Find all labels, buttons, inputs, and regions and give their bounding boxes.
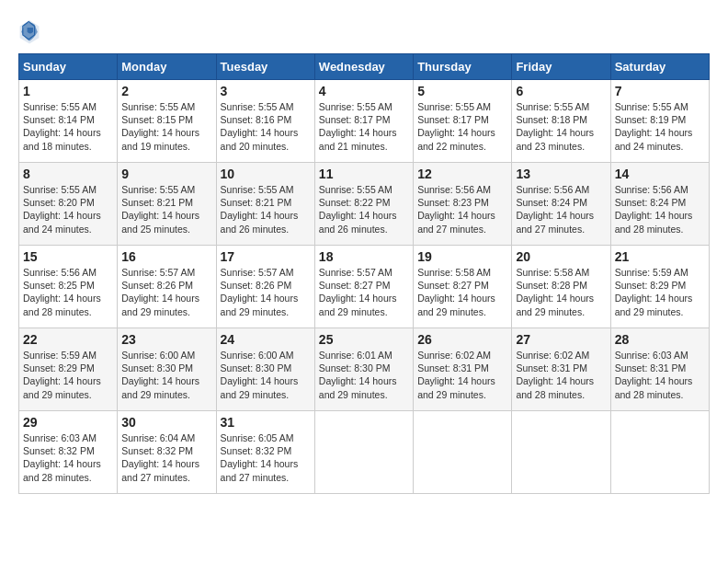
calendar-cell: 29Sunrise: 6:03 AM Sunset: 8:32 PM Dayli… <box>19 411 118 494</box>
calendar-cell: 10Sunrise: 5:55 AM Sunset: 8:21 PM Dayli… <box>216 163 314 246</box>
day-info: Sunrise: 5:58 AM Sunset: 8:27 PM Dayligh… <box>417 266 507 318</box>
calendar-cell: 6Sunrise: 5:55 AM Sunset: 8:18 PM Daylig… <box>512 80 610 163</box>
calendar-cell <box>314 411 413 494</box>
day-number: 12 <box>417 167 507 181</box>
day-number: 30 <box>121 415 211 430</box>
day-info: Sunrise: 5:55 AM Sunset: 8:16 PM Dayligh… <box>221 100 311 153</box>
calendar-cell <box>512 411 610 494</box>
day-info: Sunrise: 5:55 AM Sunset: 8:17 PM Dayligh… <box>417 100 507 153</box>
calendar-cell: 26Sunrise: 6:02 AM Sunset: 8:31 PM Dayli… <box>414 328 512 411</box>
calendar-cell: 7Sunrise: 5:55 AM Sunset: 8:19 PM Daylig… <box>610 80 709 163</box>
calendar-cell: 14Sunrise: 5:56 AM Sunset: 8:24 PM Dayli… <box>610 163 709 246</box>
calendar-cell: 24Sunrise: 6:00 AM Sunset: 8:30 PM Dayli… <box>216 328 314 411</box>
day-number: 29 <box>23 415 113 430</box>
day-info: Sunrise: 5:57 AM Sunset: 8:26 PM Dayligh… <box>121 266 211 318</box>
calendar-cell: 23Sunrise: 6:00 AM Sunset: 8:30 PM Dayli… <box>118 328 216 411</box>
day-info: Sunrise: 5:59 AM Sunset: 8:29 PM Dayligh… <box>23 349 113 401</box>
calendar-cell: 19Sunrise: 5:58 AM Sunset: 8:27 PM Dayli… <box>414 246 512 328</box>
calendar-cell: 1Sunrise: 5:55 AM Sunset: 8:14 PM Daylig… <box>19 80 118 163</box>
day-number: 10 <box>221 167 311 181</box>
col-saturday: Saturday <box>610 54 709 80</box>
day-number: 6 <box>516 84 606 98</box>
calendar-cell: 11Sunrise: 5:55 AM Sunset: 8:22 PM Dayli… <box>314 163 413 246</box>
col-friday: Friday <box>512 54 610 80</box>
calendar-cell: 12Sunrise: 5:56 AM Sunset: 8:23 PM Dayli… <box>414 163 512 246</box>
day-number: 14 <box>615 167 705 181</box>
day-number: 19 <box>417 249 507 264</box>
day-number: 31 <box>221 415 311 430</box>
day-info: Sunrise: 5:57 AM Sunset: 8:26 PM Dayligh… <box>221 266 311 318</box>
calendar-cell: 8Sunrise: 5:55 AM Sunset: 8:20 PM Daylig… <box>19 163 118 246</box>
day-info: Sunrise: 5:55 AM Sunset: 8:22 PM Dayligh… <box>319 183 409 236</box>
calendar-cell: 27Sunrise: 6:02 AM Sunset: 8:31 PM Dayli… <box>512 328 610 411</box>
calendar-cell: 15Sunrise: 5:56 AM Sunset: 8:25 PM Dayli… <box>19 246 118 328</box>
calendar-week-row: 22Sunrise: 5:59 AM Sunset: 8:29 PM Dayli… <box>19 328 710 411</box>
day-number: 3 <box>221 84 311 98</box>
day-number: 21 <box>615 249 705 264</box>
day-number: 27 <box>516 332 606 347</box>
calendar-cell: 22Sunrise: 5:59 AM Sunset: 8:29 PM Dayli… <box>19 328 118 411</box>
day-info: Sunrise: 5:55 AM Sunset: 8:14 PM Dayligh… <box>23 100 113 153</box>
calendar-week-row: 29Sunrise: 6:03 AM Sunset: 8:32 PM Dayli… <box>19 411 710 494</box>
calendar-cell <box>610 411 709 494</box>
day-info: Sunrise: 5:55 AM Sunset: 8:18 PM Dayligh… <box>516 100 606 153</box>
col-wednesday: Wednesday <box>314 54 413 80</box>
day-info: Sunrise: 5:59 AM Sunset: 8:29 PM Dayligh… <box>615 266 705 318</box>
day-number: 24 <box>221 332 311 347</box>
calendar-cell: 4Sunrise: 5:55 AM Sunset: 8:17 PM Daylig… <box>314 80 413 163</box>
day-number: 1 <box>23 84 113 98</box>
day-info: Sunrise: 6:00 AM Sunset: 8:30 PM Dayligh… <box>221 349 311 401</box>
calendar-week-row: 1Sunrise: 5:55 AM Sunset: 8:14 PM Daylig… <box>19 80 710 163</box>
calendar-cell: 20Sunrise: 5:58 AM Sunset: 8:28 PM Dayli… <box>512 246 610 328</box>
calendar-cell: 31Sunrise: 6:05 AM Sunset: 8:32 PM Dayli… <box>216 411 314 494</box>
day-info: Sunrise: 5:55 AM Sunset: 8:20 PM Dayligh… <box>23 183 113 236</box>
calendar-cell: 30Sunrise: 6:04 AM Sunset: 8:32 PM Dayli… <box>118 411 216 494</box>
day-info: Sunrise: 5:55 AM Sunset: 8:21 PM Dayligh… <box>221 183 311 236</box>
day-number: 7 <box>615 84 705 98</box>
calendar-cell: 2Sunrise: 5:55 AM Sunset: 8:15 PM Daylig… <box>118 80 216 163</box>
calendar-cell: 18Sunrise: 5:57 AM Sunset: 8:27 PM Dayli… <box>314 246 413 328</box>
logo <box>18 18 44 44</box>
calendar-cell: 21Sunrise: 5:59 AM Sunset: 8:29 PM Dayli… <box>610 246 709 328</box>
day-info: Sunrise: 5:56 AM Sunset: 8:23 PM Dayligh… <box>417 183 507 236</box>
day-info: Sunrise: 6:02 AM Sunset: 8:31 PM Dayligh… <box>417 349 507 401</box>
day-number: 11 <box>319 167 409 181</box>
day-info: Sunrise: 6:03 AM Sunset: 8:31 PM Dayligh… <box>615 349 705 401</box>
calendar-cell: 13Sunrise: 5:56 AM Sunset: 8:24 PM Dayli… <box>512 163 610 246</box>
day-number: 25 <box>319 332 409 347</box>
day-number: 9 <box>121 167 211 181</box>
day-number: 20 <box>516 249 606 264</box>
calendar-cell: 5Sunrise: 5:55 AM Sunset: 8:17 PM Daylig… <box>414 80 512 163</box>
day-number: 22 <box>23 332 113 347</box>
day-info: Sunrise: 6:04 AM Sunset: 8:32 PM Dayligh… <box>121 431 211 484</box>
day-info: Sunrise: 5:56 AM Sunset: 8:24 PM Dayligh… <box>516 183 606 236</box>
calendar-cell: 9Sunrise: 5:55 AM Sunset: 8:21 PM Daylig… <box>118 163 216 246</box>
col-tuesday: Tuesday <box>216 54 314 80</box>
calendar-cell: 3Sunrise: 5:55 AM Sunset: 8:16 PM Daylig… <box>216 80 314 163</box>
col-sunday: Sunday <box>19 54 118 80</box>
day-info: Sunrise: 5:56 AM Sunset: 8:25 PM Dayligh… <box>23 266 113 318</box>
day-number: 13 <box>516 167 606 181</box>
day-info: Sunrise: 6:05 AM Sunset: 8:32 PM Dayligh… <box>221 431 311 484</box>
day-info: Sunrise: 5:57 AM Sunset: 8:27 PM Dayligh… <box>319 266 409 318</box>
day-number: 15 <box>23 249 113 264</box>
day-number: 16 <box>121 249 211 264</box>
page-header <box>18 18 710 44</box>
day-number: 8 <box>23 167 113 181</box>
col-thursday: Thursday <box>414 54 512 80</box>
day-info: Sunrise: 5:55 AM Sunset: 8:15 PM Dayligh… <box>121 100 211 153</box>
calendar-cell: 28Sunrise: 6:03 AM Sunset: 8:31 PM Dayli… <box>610 328 709 411</box>
day-number: 2 <box>121 84 211 98</box>
day-number: 26 <box>417 332 507 347</box>
day-info: Sunrise: 5:55 AM Sunset: 8:19 PM Dayligh… <box>615 100 705 153</box>
calendar-cell: 17Sunrise: 5:57 AM Sunset: 8:26 PM Dayli… <box>216 246 314 328</box>
calendar-cell: 25Sunrise: 6:01 AM Sunset: 8:30 PM Dayli… <box>314 328 413 411</box>
col-monday: Monday <box>118 54 216 80</box>
day-number: 4 <box>319 84 409 98</box>
day-info: Sunrise: 5:56 AM Sunset: 8:24 PM Dayligh… <box>615 183 705 236</box>
calendar-week-row: 8Sunrise: 5:55 AM Sunset: 8:20 PM Daylig… <box>19 163 710 246</box>
calendar-cell <box>414 411 512 494</box>
day-info: Sunrise: 6:01 AM Sunset: 8:30 PM Dayligh… <box>319 349 409 401</box>
day-number: 28 <box>615 332 705 347</box>
calendar-table: Sunday Monday Tuesday Wednesday Thursday… <box>18 53 710 494</box>
